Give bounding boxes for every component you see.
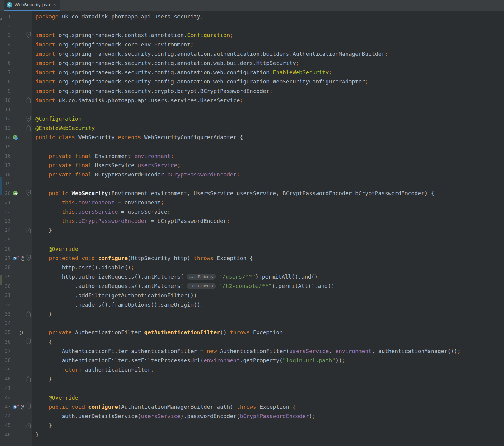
code-line[interactable]: return authenticationFilter;	[35, 365, 504, 374]
code-line[interactable]: .authorizeRequests().antMatchers( ...ant…	[35, 281, 504, 290]
fold-gutter	[26, 105, 32, 114]
tab-websecurity-java[interactable]: C WebSecurity.java ×	[4, 0, 60, 11]
code-token: protected void	[35, 255, 98, 261]
code-line[interactable]: import org.springframework.security.cryp…	[35, 86, 504, 96]
code-line[interactable]: this.bCryptPasswordEncoder = bCryptPassw…	[35, 216, 504, 226]
gutter-row: 2	[0, 21, 32, 30]
code-line[interactable]: private final Environment environment;	[35, 151, 504, 161]
fold-end-icon[interactable]	[26, 309, 32, 318]
code-line[interactable]: auth.userDetailsService(usersService).pa…	[35, 411, 504, 421]
code-token: private final	[35, 153, 95, 159]
fold-start-icon[interactable]	[26, 254, 32, 263]
code-line[interactable]: }	[35, 374, 504, 383]
override-method-icon[interactable]	[13, 255, 20, 261]
fold-start-icon[interactable]	[26, 402, 32, 411]
gutter-icons	[11, 142, 26, 151]
code-line[interactable]: import org.springframework.core.env.Envi…	[35, 40, 504, 49]
gutter-row: 14	[0, 133, 32, 142]
spring-bean-icon[interactable]	[13, 135, 18, 140]
gutter-icons	[11, 411, 26, 421]
gutter-icons	[11, 244, 26, 254]
code-token: Exception	[253, 329, 283, 335]
close-icon[interactable]: ×	[53, 2, 56, 7]
code-token: }	[35, 227, 52, 233]
code-line[interactable]: this.usersService = usersService;	[35, 207, 504, 216]
code-line[interactable]: protected void configure(HttpSecurity ht…	[35, 254, 504, 263]
code-line[interactable]	[35, 384, 504, 393]
gutter-row: 38	[0, 356, 32, 365]
fold-end-icon[interactable]	[26, 96, 32, 105]
gutter-row: 9	[0, 86, 32, 96]
editor-tab-bar: C WebSecurity.java ×	[0, 0, 504, 11]
gutter-row: 31	[0, 291, 32, 300]
code-line[interactable]: public class WebSecurity extends WebSecu…	[35, 133, 504, 142]
code-line[interactable]: import org.springframework.security.conf…	[35, 68, 504, 77]
code-line[interactable]: }	[35, 430, 504, 439]
code-line[interactable]: http.authorizeRequests().antMatchers( ..…	[35, 272, 504, 281]
code-token: environment	[336, 348, 372, 354]
code-line[interactable]: public void configure(AuthenticationMana…	[35, 402, 504, 411]
annotation-marker-icon[interactable]: @	[21, 255, 24, 261]
code-token: .headers().frameOptions().sameOrigin()	[35, 302, 200, 308]
gutter-icons: @	[11, 254, 26, 263]
override-method-icon[interactable]	[13, 404, 20, 410]
code-token: ;	[161, 199, 164, 206]
code-token: ;	[457, 348, 461, 354]
code-line[interactable]: public WebSecurity(Environment environme…	[35, 189, 504, 198]
code-token: ;	[329, 69, 332, 75]
fold-start-icon[interactable]	[26, 30, 32, 40]
code-line[interactable]: this.environment = environment;	[35, 198, 504, 207]
fold-end-icon[interactable]	[26, 374, 32, 383]
code-line[interactable]: .headers().frameOptions().sameOrigin();	[35, 300, 504, 309]
code-line[interactable]: import org.springframework.security.conf…	[35, 58, 504, 68]
code-line[interactable]: @EnableWebSecurity	[35, 123, 504, 133]
code-line[interactable]: @Configuration	[35, 114, 504, 123]
code-line[interactable]: @Override	[35, 244, 504, 254]
code-line[interactable]: @Override	[35, 393, 504, 402]
code-line[interactable]	[35, 179, 504, 188]
code-line[interactable]: http.csrf().disable();	[35, 263, 504, 272]
code-line[interactable]: private final UsersService usersService;	[35, 161, 504, 170]
fold-end-icon[interactable]	[26, 226, 32, 235]
code-line[interactable]: }	[35, 421, 504, 430]
fold-gutter	[26, 281, 32, 290]
annotation-marker-icon[interactable]: @	[20, 330, 23, 335]
fold-start-icon[interactable]	[26, 189, 32, 198]
fold-start-icon[interactable]	[26, 337, 32, 346]
code-token: AuthenticationFilter authenticationFilte…	[35, 348, 207, 354]
code-token: configure	[98, 255, 128, 261]
code-line[interactable]: }	[35, 226, 504, 235]
code-token: import	[35, 88, 59, 94]
code-line[interactable]	[35, 142, 504, 151]
code-line[interactable]: import org.springframework.security.conf…	[35, 77, 504, 86]
gutter-row: 5	[0, 49, 32, 58]
code-line[interactable]: import org.springframework.security.conf…	[35, 49, 504, 58]
line-number: 34	[0, 320, 11, 326]
code-line[interactable]: {	[35, 337, 504, 346]
code-line[interactable]: import uk.co.datadisk.photoapp.api.users…	[35, 96, 504, 105]
code-line[interactable]: import org.springframework.context.annot…	[35, 30, 504, 40]
fold-end-icon[interactable]	[26, 123, 32, 133]
code-area[interactable]: package uk.co.datadisk.photoapp.api.user…	[32, 11, 504, 446]
code-line[interactable]	[35, 318, 504, 328]
code-line[interactable]: }	[35, 309, 504, 318]
fold-end-icon[interactable]	[26, 421, 32, 430]
gutter-icons	[11, 300, 26, 309]
gutter-row: 39	[0, 365, 32, 374]
code-line[interactable]: package uk.co.datadisk.photoapp.api.user…	[35, 12, 504, 21]
navigate-autowired-icon[interactable]	[13, 190, 18, 196]
fold-start-icon[interactable]	[26, 114, 32, 123]
annotation-marker-icon[interactable]: @	[21, 404, 24, 410]
code-line[interactable]: authenticationFilter.setFilterProcessesU…	[35, 356, 504, 365]
code-line[interactable]	[35, 21, 504, 30]
code-token: org.springframework.security.config.anno…	[59, 51, 385, 57]
code-line[interactable]	[35, 105, 504, 114]
java-class-icon: C	[7, 2, 12, 8]
code-token: ;	[385, 51, 388, 57]
code-line[interactable]: AuthenticationFilter authenticationFilte…	[35, 346, 504, 356]
code-token: org.springframework.security.crypto.bcry…	[59, 88, 270, 94]
code-line[interactable]: .addFilter(getAuthenticationFilter())	[35, 291, 504, 300]
code-line[interactable]: private final BCryptPasswordEncoder bCry…	[35, 170, 504, 179]
code-line[interactable]: private AuthenticationFilter getAuthenti…	[35, 328, 504, 337]
code-line[interactable]	[35, 235, 504, 244]
